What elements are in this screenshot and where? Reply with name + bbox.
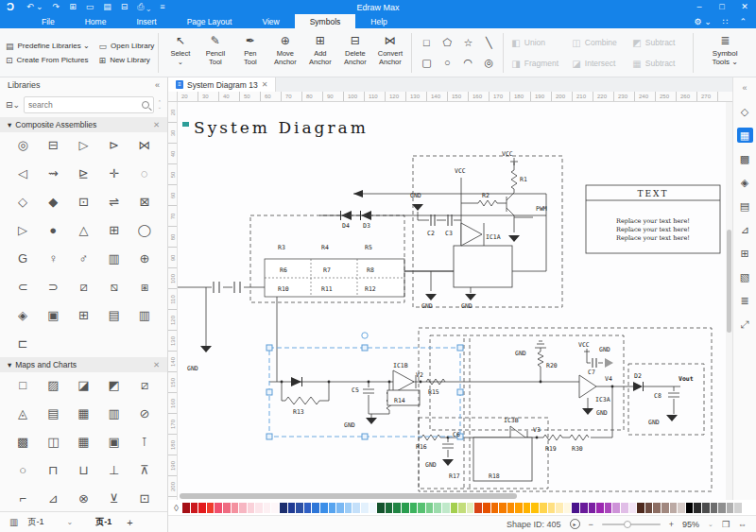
color-swatch[interactable]: [467, 503, 474, 513]
library-symbol[interactable]: ⊼: [140, 461, 149, 480]
color-swatch[interactable]: [418, 503, 425, 513]
color-swatch[interactable]: [426, 503, 434, 513]
color-swatch[interactable]: [369, 503, 377, 513]
picture-icon[interactable]: ▩: [737, 151, 753, 166]
color-swatch[interactable]: [215, 503, 222, 513]
library-symbol[interactable]: ⊿: [48, 489, 59, 508]
pencil-tool-button[interactable]: ✎Pencil Tool: [198, 31, 232, 75]
color-swatch[interactable]: [182, 503, 190, 513]
chart-icon[interactable]: ⊿: [737, 222, 753, 237]
vertical-scrollbar[interactable]: [726, 102, 732, 500]
library-symbol[interactable]: ⧄: [79, 278, 87, 297]
open-file-icon[interactable]: ▭: [86, 0, 94, 14]
library-symbol[interactable]: ⊃: [48, 278, 59, 297]
library-symbol[interactable]: ⊻: [110, 489, 119, 508]
library-symbol[interactable]: ⧄: [141, 376, 148, 395]
library-symbol[interactable]: ▥: [109, 404, 120, 423]
page-dropdown-icon[interactable]: ⌄: [66, 518, 73, 526]
library-symbol[interactable]: ⊞: [78, 306, 89, 325]
color-swatch[interactable]: [678, 503, 685, 513]
menu-tab-page-layout[interactable]: Page Layout: [172, 14, 248, 28]
color-swatch[interactable]: [336, 503, 344, 513]
zoom-level[interactable]: 95%: [682, 520, 699, 529]
color-swatch[interactable]: [393, 503, 401, 513]
library-symbol[interactable]: ▷: [18, 221, 27, 240]
menu-tab-insert[interactable]: Insert: [121, 14, 171, 28]
color-swatch[interactable]: [572, 503, 579, 513]
library-symbol[interactable]: ⊥: [109, 461, 119, 480]
add-page-button[interactable]: +: [127, 517, 132, 528]
color-swatch[interactable]: [329, 503, 336, 513]
collapse-libraries-icon[interactable]: «: [155, 80, 160, 90]
settings-icon[interactable]: ⚙ ⌄: [695, 15, 712, 28]
color-swatch[interactable]: [442, 503, 450, 513]
color-swatch[interactable]: [524, 503, 531, 513]
library-symbol[interactable]: ▦: [77, 404, 89, 423]
color-swatch[interactable]: [207, 503, 215, 513]
color-swatch[interactable]: [540, 503, 547, 513]
menu-tab-help[interactable]: Help: [355, 14, 402, 28]
library-symbol[interactable]: ◌: [141, 164, 148, 183]
color-swatch[interactable]: [589, 503, 596, 513]
color-swatch[interactable]: [198, 503, 206, 513]
document-tab[interactable]: ≡ System Diagram 13 ✕: [168, 77, 276, 92]
fill-bucket-icon[interactable]: ◊: [174, 503, 179, 513]
library-symbol[interactable]: ♀: [48, 249, 58, 268]
hscroll-thumb[interactable]: [180, 493, 517, 499]
library-symbol[interactable]: ⧆: [141, 278, 148, 297]
color-swatch[interactable]: [434, 503, 441, 513]
library-symbol[interactable]: ♂: [79, 249, 89, 268]
shape-tool-5[interactable]: ○: [444, 53, 451, 73]
symbol-library-icon[interactable]: ▦: [737, 128, 753, 143]
library-symbol[interactable]: ⊏: [18, 335, 28, 353]
library-symbol[interactable]: ⇌: [109, 193, 119, 212]
minimize-button[interactable]: –: [688, 0, 711, 14]
fit-page-icon[interactable]: ⇔: [738, 520, 747, 529]
library-symbol[interactable]: ⊡: [139, 489, 149, 508]
more-icon[interactable]: ≡: [160, 0, 164, 14]
library-filter-icon[interactable]: ⊟⌄: [6, 100, 20, 110]
library-symbol[interactable]: ◁: [18, 164, 27, 183]
section-collapse-icon[interactable]: ▾: [8, 120, 11, 129]
library-symbol[interactable]: ▤: [47, 404, 59, 423]
text-shape[interactable]: TEXT Replace your text here!Replace your…: [586, 185, 720, 253]
library-symbol[interactable]: ▥: [139, 306, 150, 325]
library-symbol[interactable]: ●: [49, 221, 57, 240]
library-symbol[interactable]: ◇: [18, 193, 27, 212]
color-swatch[interactable]: [556, 503, 563, 513]
library-symbol[interactable]: ◯: [138, 221, 152, 240]
add-anchor-button[interactable]: ⊞Add Anchor: [302, 31, 337, 75]
color-swatch[interactable]: [271, 503, 279, 513]
color-swatch[interactable]: [296, 503, 303, 513]
library-symbol[interactable]: ⌐: [19, 489, 26, 508]
color-swatch[interactable]: [410, 503, 418, 513]
search-spinner[interactable]: ⌃⌄: [158, 100, 162, 110]
color-swatch[interactable]: [304, 503, 312, 513]
color-swatch[interactable]: [734, 503, 742, 513]
section-close-icon[interactable]: ✕: [153, 360, 160, 369]
shape-tool-1[interactable]: ⬠: [443, 33, 453, 53]
library-symbol[interactable]: ◩: [109, 376, 120, 395]
export-icon[interactable]: ⎙ ⌄: [137, 0, 150, 14]
fill-style-icon[interactable]: ◇: [737, 104, 753, 119]
color-swatch[interactable]: [451, 503, 458, 513]
convert-anchor-button[interactable]: ⋈Convert Anchor: [372, 31, 407, 75]
library-symbol[interactable]: ⊳: [109, 136, 119, 155]
collapse-panel-icon[interactable]: «: [737, 80, 753, 95]
color-swatch[interactable]: [458, 503, 466, 513]
color-swatch[interactable]: [248, 503, 255, 513]
color-swatch[interactable]: [531, 503, 539, 513]
pen-tool-button[interactable]: ✒Pen Tool: [232, 31, 267, 75]
library-symbol[interactable]: ⊞: [109, 221, 119, 240]
color-swatch[interactable]: [507, 503, 515, 513]
select-button[interactable]: ↖Select ⌄: [163, 31, 198, 75]
diagram-title[interactable]: System Diagram: [194, 118, 369, 137]
color-swatch[interactable]: [662, 503, 669, 513]
zoom-slider-knob[interactable]: [624, 521, 631, 528]
color-swatch[interactable]: [239, 503, 247, 513]
color-swatch[interactable]: [264, 503, 271, 513]
table-icon[interactable]: ⊞: [737, 246, 753, 261]
color-swatch[interactable]: [702, 503, 710, 513]
search-input[interactable]: [28, 100, 139, 110]
vscroll-thumb[interactable]: [727, 230, 731, 333]
